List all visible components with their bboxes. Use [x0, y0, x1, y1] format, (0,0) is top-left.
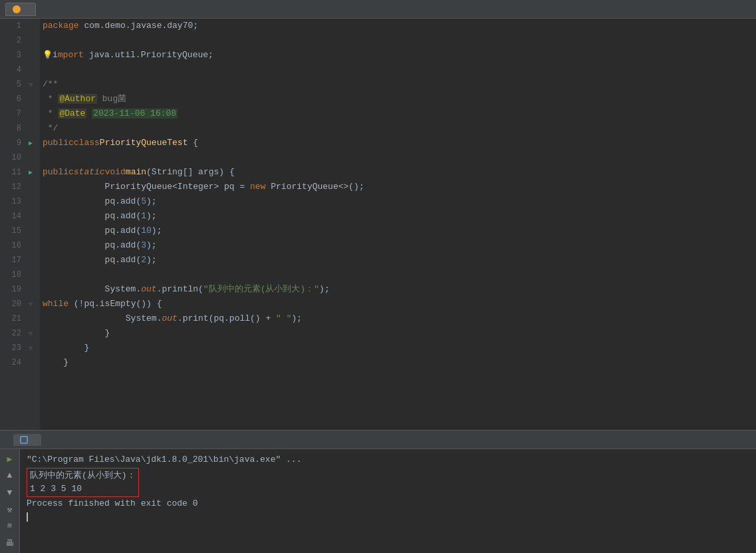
code-line: */ — [43, 121, 756, 136]
code-line: pq.add(3); — [43, 238, 756, 253]
code-line — [43, 150, 756, 165]
run-panel: ▶ ▲ ▼ ⚒ ≡ 🖶 "C:\Program Files\Java\jdk1.… — [0, 430, 756, 553]
run-sidebar: ▶ ▲ ▼ ⚒ ≡ 🖶 — [0, 449, 20, 553]
output-highlighted-box: 队列中的元素(从小到大)：1 2 3 5 10 — [27, 468, 139, 497]
gutter-row: 18 — [0, 268, 40, 282]
gutter: 12345▽6789▶1011▶121314151617181920▽2122▽… — [0, 19, 40, 430]
run-down-button[interactable]: ▼ — [3, 487, 17, 498]
line-number: 12 — [0, 182, 25, 192]
run-print-button[interactable]: 🖶 — [3, 538, 17, 549]
run-play-button[interactable]: ▶ — [3, 453, 17, 464]
line-number: 14 — [0, 212, 25, 221]
gutter-icon: ▽ — [25, 301, 36, 308]
code-line: PriorityQueue<Integer> pq = new Priority… — [43, 180, 756, 194]
output-line-highlighted: 队列中的元素(从小到大)： — [30, 469, 136, 482]
gutter-row: 3 — [0, 48, 40, 63]
line-number: 4 — [0, 65, 25, 75]
line-number: 5 — [0, 80, 25, 89]
line-number: 16 — [0, 241, 25, 250]
line-number: 24 — [0, 358, 25, 367]
line-number: 10 — [0, 153, 25, 162]
gutter-row: 12 — [0, 180, 40, 194]
line-number: 20 — [0, 299, 25, 309]
editor-area: 12345▽6789▶1011▶121314151617181920▽2122▽… — [0, 19, 756, 553]
code-line: System.out.println("队列中的元素(从小到大)："); — [43, 282, 756, 297]
line-number: 15 — [0, 226, 25, 236]
gutter-icon: ▽ — [25, 330, 36, 337]
title-bar — [0, 0, 756, 19]
run-tab[interactable] — [13, 434, 41, 446]
code-line: } — [43, 326, 756, 341]
java-file-icon — [13, 5, 21, 13]
gutter-row: 19 — [0, 282, 40, 297]
gutter-row: 14 — [0, 209, 40, 224]
code-line — [43, 268, 756, 282]
gutter-row: 2 — [0, 33, 40, 48]
gutter-row: 16 — [0, 238, 40, 253]
gutter-row: 6 — [0, 92, 40, 106]
code-line: System.out.print(pq.poll() + " "); — [43, 311, 756, 326]
line-number: 7 — [0, 109, 25, 118]
output-cursor-line — [27, 510, 749, 524]
fold-icon[interactable]: ▽ — [29, 81, 32, 89]
line-number: 22 — [0, 329, 25, 338]
code-content[interactable]: package com.demo.javase.day70; 💡import j… — [40, 19, 756, 430]
code-line: * @Author bug菌 — [43, 92, 756, 106]
line-number: 1 — [0, 21, 25, 31]
line-number: 18 — [0, 270, 25, 279]
gutter-row: 15 — [0, 224, 40, 238]
gutter-row: 11▶ — [0, 165, 40, 180]
output-line-finished: Process finished with exit code 0 — [27, 497, 749, 510]
gutter-row: 22▽ — [0, 326, 40, 341]
run-arrow-icon[interactable]: ▶ — [29, 139, 33, 147]
code-panel: 12345▽6789▶1011▶121314151617181920▽2122▽… — [0, 19, 756, 430]
run-panel-body: ▶ ▲ ▼ ⚒ ≡ 🖶 "C:\Program Files\Java\jdk1.… — [0, 449, 756, 553]
code-line: public static void main(String[] args) { — [43, 165, 756, 180]
gutter-row: 4 — [0, 63, 40, 77]
line-number: 11 — [0, 168, 25, 177]
output-line: "C:\Program Files\Java\jdk1.8.0_201\bin\… — [27, 453, 749, 466]
code-line: public class PriorityQueueTest { — [43, 136, 756, 150]
line-number: 9 — [0, 138, 25, 148]
gutter-row: 7 — [0, 106, 40, 121]
code-line: pq.add(5); — [43, 194, 756, 209]
gutter-row: 17 — [0, 253, 40, 268]
editor-tab[interactable] — [5, 3, 36, 16]
gutter-row: 20▽ — [0, 297, 40, 311]
light-bulb-icon[interactable]: 💡 — [43, 48, 53, 63]
run-arrow-icon[interactable]: ▶ — [29, 168, 33, 176]
gutter-row: 8 — [0, 121, 40, 136]
gutter-row: 1 — [0, 19, 40, 33]
line-number: 17 — [0, 256, 25, 265]
gutter-icon: ▽ — [25, 81, 36, 89]
fold-icon[interactable]: ▽ — [29, 301, 32, 308]
gutter-row: 5▽ — [0, 77, 40, 92]
line-number: 19 — [0, 285, 25, 294]
gutter-icon: ▶ — [25, 139, 36, 147]
run-up-button[interactable]: ▲ — [3, 470, 17, 481]
line-number: 21 — [0, 314, 25, 323]
code-line: * @Date 2023-11-06 16:08 — [43, 106, 756, 121]
line-number: 8 — [0, 124, 25, 133]
line-number: 13 — [0, 197, 25, 206]
gutter-row: 23▽ — [0, 341, 40, 355]
run-output: "C:\Program Files\Java\jdk1.8.0_201\bin\… — [20, 449, 756, 553]
line-number: 2 — [0, 36, 25, 45]
gutter-row: 21 — [0, 311, 40, 326]
line-number: 3 — [0, 51, 25, 60]
code-line: pq.add(1); — [43, 209, 756, 224]
fold-icon[interactable]: ▽ — [29, 330, 32, 337]
code-line: } — [43, 341, 756, 355]
fold-icon[interactable]: ▽ — [29, 345, 32, 352]
run-lines-button[interactable]: ≡ — [3, 520, 17, 532]
gutter-row: 24 — [0, 355, 40, 370]
code-line: pq.add(2); — [43, 253, 756, 268]
code-line: pq.add(10); — [43, 224, 756, 238]
text-cursor — [27, 512, 28, 522]
gutter-icon: ▽ — [25, 345, 36, 352]
gutter-row: 9▶ — [0, 136, 40, 150]
run-wrench-button[interactable]: ⚒ — [3, 504, 17, 515]
line-number: 6 — [0, 94, 25, 104]
code-line — [43, 63, 756, 77]
gutter-icon: ▶ — [25, 168, 36, 176]
